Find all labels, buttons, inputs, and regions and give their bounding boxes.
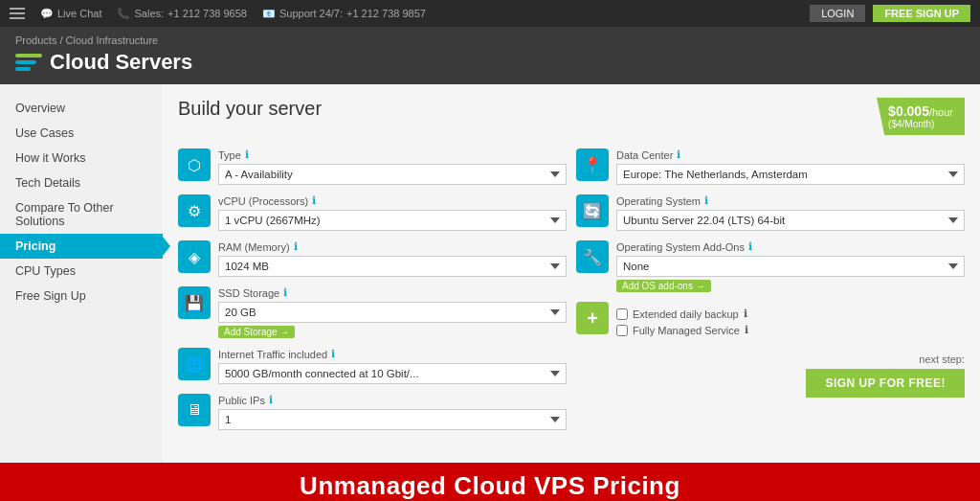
- topbar: 💬 Live Chat 📞 Sales: +1 212 738 9658 📧 S…: [0, 0, 980, 27]
- ram-field: RAM (Memory) ℹ 1024 MB: [218, 240, 567, 277]
- chat-icon: 💬: [40, 8, 54, 20]
- extras-plus-icon: +: [576, 302, 609, 334]
- sidebar-item-overview[interactable]: Overview: [0, 96, 163, 121]
- public-ips-info-icon[interactable]: ℹ: [269, 394, 273, 406]
- extended-backup-info-icon[interactable]: ℹ: [744, 307, 747, 320]
- support-info: 📧 Support 24/7: +1 212 738 9857: [262, 8, 426, 20]
- os-addons-field: Operating System Add-Ons ℹ None Add OS a…: [616, 240, 965, 292]
- datacenter-field: Data Center ℹ Europe: The Netherlands, A…: [616, 148, 965, 185]
- add-os-addons-link[interactable]: Add OS add-ons →: [616, 280, 711, 292]
- ssd-icon: 💾: [178, 286, 211, 319]
- content-area: Build your server $0.005/hour ($4/Month)…: [163, 84, 980, 463]
- traffic-icon: 🌐: [178, 348, 211, 380]
- build-header: Build your server $0.005/hour ($4/Month): [178, 98, 965, 135]
- ram-select[interactable]: 1024 MB: [218, 256, 567, 277]
- public-ips-select[interactable]: 1: [218, 409, 567, 430]
- os-field: Operating System ℹ Ubuntu Server 22.04 (…: [616, 194, 965, 231]
- signup-free-button[interactable]: SIGN UP FOR FREE!: [806, 369, 965, 398]
- phone-icon: 📞: [117, 8, 130, 20]
- fully-managed-info-icon[interactable]: ℹ: [745, 324, 748, 336]
- login-button[interactable]: LOGIN: [810, 5, 865, 22]
- os-addons-info-icon[interactable]: ℹ: [748, 240, 752, 253]
- vcpu-icon: ⚙: [178, 194, 211, 227]
- fully-managed-checkbox[interactable]: [616, 325, 628, 336]
- vcpu-info-icon[interactable]: ℹ: [312, 194, 316, 207]
- datacenter-row: 📍 Data Center ℹ Europe: The Netherlands,…: [576, 148, 965, 185]
- vcpu-select[interactable]: 1 vCPU (2667MHz): [218, 210, 567, 231]
- next-step-label: next step:: [919, 353, 965, 365]
- sidebar-item-free-signup[interactable]: Free Sign Up: [0, 284, 163, 308]
- traffic-field: Internet Traffic included ℹ 5000 GB/mont…: [218, 348, 567, 384]
- build-title: Build your server: [178, 98, 322, 120]
- sidebar-item-use-cases[interactable]: Use Cases: [0, 121, 163, 146]
- price-badge: $0.005/hour ($4/Month): [877, 98, 965, 135]
- type-row: ⬡ Type ℹ A - Availability: [178, 148, 567, 185]
- brand-icon: [15, 52, 42, 73]
- bottom-banner: Unmanaged Cloud VPS Pricing: [0, 463, 980, 501]
- sidebar-item-tech-details[interactable]: Tech Details: [0, 171, 163, 195]
- datacenter-icon: 📍: [576, 148, 609, 181]
- brandbar: Products / Cloud Infrastructure Cloud Se…: [0, 27, 980, 84]
- sidebar-item-cpu-types[interactable]: CPU Types: [0, 259, 163, 284]
- vcpu-row: ⚙ vCPU (Processors) ℹ 1 vCPU (2667MHz): [178, 194, 567, 231]
- type-info-icon[interactable]: ℹ: [245, 148, 249, 161]
- ram-row: ◈ RAM (Memory) ℹ 1024 MB: [178, 240, 567, 277]
- add-storage-link[interactable]: Add Storage →: [218, 326, 295, 338]
- config-right: 📍 Data Center ℹ Europe: The Netherlands,…: [576, 148, 965, 430]
- sidebar: Overview Use Cases How it Works Tech Det…: [0, 84, 163, 463]
- type-icon: ⬡: [178, 148, 211, 181]
- os-addons-icon: 🔧: [576, 240, 609, 273]
- os-addons-row: 🔧 Operating System Add-Ons ℹ None Add OS…: [576, 240, 965, 292]
- ram-info-icon[interactable]: ℹ: [294, 240, 298, 253]
- live-chat-link[interactable]: 💬 Live Chat: [40, 8, 101, 20]
- extras-field: Extended daily backup ℹ Fully Managed Se…: [616, 307, 965, 340]
- sales-info: 📞 Sales: +1 212 738 9658: [117, 8, 246, 20]
- traffic-select[interactable]: 5000 GB/month connected at 10 Gbit/...: [218, 363, 567, 384]
- extras-row: + Extended daily backup ℹ Fully Managed …: [576, 302, 965, 340]
- page-title: Cloud Servers: [15, 50, 965, 75]
- support-icon: 📧: [262, 8, 276, 20]
- ram-icon: ◈: [178, 240, 211, 273]
- ssd-select[interactable]: 20 GB: [218, 302, 567, 323]
- os-addons-select[interactable]: None: [616, 256, 965, 277]
- config-grid: ⬡ Type ℹ A - Availability ⚙: [178, 148, 965, 430]
- next-step-section: next step: SIGN UP FOR FREE!: [576, 350, 965, 398]
- datacenter-select[interactable]: Europe: The Netherlands, Amsterdam: [616, 164, 965, 185]
- traffic-row: 🌐 Internet Traffic included ℹ 5000 GB/mo…: [178, 348, 567, 384]
- os-info-icon[interactable]: ℹ: [704, 194, 708, 207]
- free-signup-button[interactable]: FREE SIGN UP: [873, 5, 970, 22]
- fully-managed-label[interactable]: Fully Managed Service ℹ: [616, 324, 965, 336]
- public-ips-icon: 🖥: [178, 394, 211, 426]
- extended-backup-label[interactable]: Extended daily backup ℹ: [616, 307, 965, 320]
- breadcrumb: Products / Cloud Infrastructure: [15, 34, 965, 46]
- config-left: ⬡ Type ℹ A - Availability ⚙: [178, 148, 567, 430]
- os-select[interactable]: Ubuntu Server 22.04 (LTS) 64-bit: [616, 210, 965, 231]
- vcpu-field: vCPU (Processors) ℹ 1 vCPU (2667MHz): [218, 194, 567, 231]
- sidebar-item-how-it-works[interactable]: How it Works: [0, 146, 163, 171]
- sidebar-item-pricing[interactable]: Pricing: [0, 234, 163, 259]
- os-row: 🔄 Operating System ℹ Ubuntu Server 22.04…: [576, 194, 965, 231]
- ssd-field: SSD Storage ℹ 20 GB Add Storage →: [218, 286, 567, 338]
- public-ips-field: Public IPs ℹ 1: [218, 394, 567, 430]
- datacenter-info-icon[interactable]: ℹ: [677, 148, 680, 161]
- sidebar-item-compare[interactable]: Compare To Other Solutions: [0, 195, 163, 234]
- os-icon: 🔄: [576, 194, 609, 227]
- public-ips-row: 🖥 Public IPs ℹ 1: [178, 394, 567, 430]
- type-field: Type ℹ A - Availability: [218, 148, 567, 185]
- hamburger-icon[interactable]: [10, 8, 25, 19]
- ssd-info-icon[interactable]: ℹ: [283, 286, 287, 299]
- extended-backup-checkbox[interactable]: [616, 308, 628, 320]
- type-select[interactable]: A - Availability: [218, 164, 567, 185]
- ssd-row: 💾 SSD Storage ℹ 20 GB Add Storage →: [178, 286, 567, 338]
- traffic-info-icon[interactable]: ℹ: [331, 348, 335, 360]
